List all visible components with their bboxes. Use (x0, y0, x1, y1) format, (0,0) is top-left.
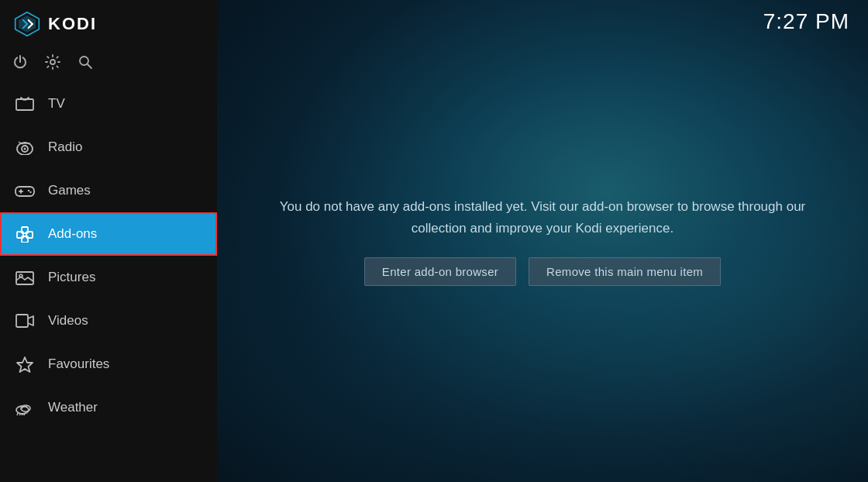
sidebar-item-radio[interactable]: Radio (0, 126, 217, 169)
sidebar-toolbar (0, 48, 217, 82)
info-message: You do not have any add-ons installed ye… (271, 196, 814, 238)
svg-point-7 (80, 57, 88, 65)
svg-rect-29 (16, 315, 28, 327)
pictures-icon (14, 267, 36, 288)
app-title: KODI (48, 14, 97, 34)
sidebar-item-pictures[interactable]: Pictures (0, 256, 217, 299)
addons-label: Add-ons (48, 226, 97, 242)
radio-icon (14, 136, 36, 158)
svg-line-33 (17, 413, 18, 415)
videos-label: Videos (48, 313, 88, 329)
tv-label: TV (48, 96, 65, 112)
weather-icon (14, 397, 36, 418)
videos-icon (14, 310, 36, 332)
remove-menu-item-button[interactable]: Remove this main menu item (529, 257, 721, 286)
sidebar-item-favourites[interactable]: Favourites (0, 343, 217, 386)
sidebar-item-weather[interactable]: Weather (0, 386, 217, 429)
clock-display: 7:27 PM (763, 9, 849, 34)
games-icon (14, 180, 36, 201)
svg-point-21 (28, 190, 29, 191)
svg-point-6 (50, 60, 55, 64)
svg-line-8 (88, 64, 91, 68)
favourites-icon (14, 353, 36, 375)
search-icon[interactable] (78, 54, 93, 70)
radio-label: Radio (48, 139, 82, 155)
main-nav: TV Radio (0, 82, 217, 482)
action-buttons: Enter add-on browser Remove this main me… (364, 257, 721, 286)
addons-icon (14, 223, 36, 245)
tv-icon (14, 93, 36, 115)
svg-rect-18 (16, 187, 34, 196)
sidebar: KODI (0, 0, 217, 482)
content-center: You do not have any add-ons installed ye… (240, 196, 845, 285)
pictures-label: Pictures (48, 270, 95, 285)
favourites-label: Favourites (48, 356, 109, 372)
kodi-logo-icon (14, 11, 40, 37)
sidebar-item-tv[interactable]: TV (0, 82, 217, 126)
sidebar-item-addons[interactable]: Add-ons (0, 212, 217, 256)
svg-line-36 (24, 413, 25, 415)
svg-point-15 (24, 148, 26, 150)
main-content: 7:27 PM You do not have any add-ons inst… (217, 0, 868, 482)
svg-marker-30 (17, 357, 33, 372)
weather-label: Weather (48, 400, 98, 415)
svg-rect-9 (16, 99, 33, 110)
enter-addon-browser-button[interactable]: Enter add-on browser (364, 257, 516, 286)
svg-point-22 (29, 191, 31, 193)
sidebar-item-videos[interactable]: Videos (0, 299, 217, 343)
sidebar-item-games[interactable]: Games (0, 169, 217, 212)
games-label: Games (48, 183, 91, 198)
power-icon[interactable] (12, 54, 28, 70)
sidebar-header: KODI (0, 0, 217, 48)
settings-icon[interactable] (45, 54, 60, 70)
